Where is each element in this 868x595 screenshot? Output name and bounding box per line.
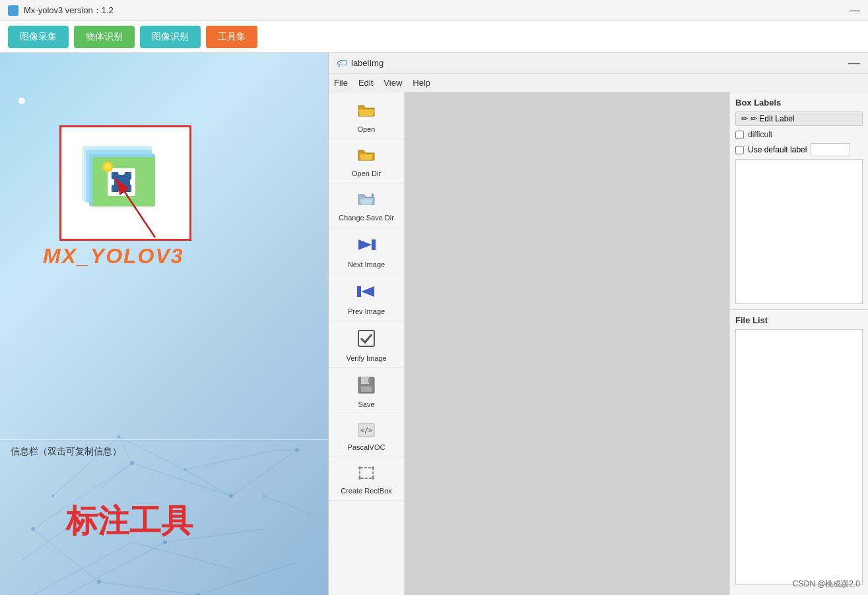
box-labels-title: Box Labels xyxy=(735,98,863,108)
prev-image-icon xyxy=(356,282,377,305)
nav-btn-image-capture[interactable]: 图像采集 xyxy=(8,26,69,48)
svg-point-57 xyxy=(372,466,374,469)
tool-change-save-dir[interactable]: Change Save Dir xyxy=(329,186,404,228)
tool-open-dir-label: Open Dir xyxy=(352,170,381,177)
nav-btn-image-recognize[interactable]: 图像识别 xyxy=(140,26,201,48)
tool-next-image-label: Next Image xyxy=(348,261,385,268)
tool-pascalvoc[interactable]: </> PascalVOC xyxy=(329,417,404,457)
annotation-tool-label: 标注工具 xyxy=(66,500,193,542)
svg-rect-47 xyxy=(357,286,361,297)
tool-verify-image[interactable]: Verify Image xyxy=(329,324,404,368)
nav-btn-object-detect[interactable]: 物体识别 xyxy=(74,26,135,48)
labelimg-close-button[interactable]: — xyxy=(848,56,860,70)
canvas-area[interactable] xyxy=(405,92,729,595)
svg-rect-51 xyxy=(361,387,372,392)
main-content: MX_YOLOV3 信息栏（双击可复制信息） 标注工具 🏷 labelImg —… xyxy=(0,53,868,595)
edit-label-button[interactable]: ✏ ✏ Edit Label xyxy=(735,111,863,126)
tool-save-label: Save xyxy=(358,400,374,408)
decorative-dot xyxy=(18,98,25,104)
right-panel: Box Labels ✏ ✏ Edit Label difficult Use … xyxy=(729,92,868,595)
menu-file[interactable]: File xyxy=(334,78,348,88)
svg-rect-48 xyxy=(358,330,374,346)
tool-create-rectbox-label: Create RectBox xyxy=(341,487,392,495)
tool-prev-image-label: Prev Image xyxy=(348,307,385,315)
labels-list xyxy=(735,159,863,304)
tool-prev-image[interactable]: Prev Image xyxy=(329,277,404,321)
left-panel: MX_YOLOV3 信息栏（双击可复制信息） 标注工具 xyxy=(0,53,328,595)
file-list-section: File List xyxy=(730,310,868,595)
title-bar-controls: — xyxy=(850,5,860,16)
svg-line-14 xyxy=(264,496,317,516)
title-bar: Mx-yolov3 version：1.2 — xyxy=(0,0,868,21)
menu-view[interactable]: View xyxy=(384,78,402,88)
svg-line-6 xyxy=(66,542,165,595)
svg-line-15 xyxy=(99,463,132,489)
svg-point-27 xyxy=(184,468,186,471)
svg-marker-46 xyxy=(361,286,374,297)
nav-btn-tools[interactable]: 工具集 xyxy=(206,26,257,48)
labelimg-titlebar: 🏷 labelImg — xyxy=(329,53,868,74)
create-rectbox-icon xyxy=(357,465,376,484)
edit-icon: ✏ xyxy=(741,114,748,123)
difficult-row: difficult xyxy=(735,130,863,139)
labelimg-icon: 🏷 xyxy=(337,57,347,69)
tool-open[interactable]: Open xyxy=(329,98,404,139)
open-icon xyxy=(357,103,376,123)
default-label-checkbox[interactable] xyxy=(735,146,744,154)
verify-image-icon xyxy=(357,329,376,352)
difficult-label: difficult xyxy=(748,130,772,139)
svg-rect-52 xyxy=(368,379,370,383)
svg-point-21 xyxy=(229,494,233,498)
file-list-title: File List xyxy=(735,315,863,325)
svg-marker-44 xyxy=(358,239,372,250)
tool-next-image[interactable]: Next Image xyxy=(329,230,404,274)
svg-rect-55 xyxy=(360,468,373,478)
box-labels-section: Box Labels ✏ ✏ Edit Label difficult Use … xyxy=(730,92,868,310)
info-bar-title: 信息栏（双击可复制信息） xyxy=(11,446,121,456)
difficult-checkbox[interactable] xyxy=(735,131,744,139)
default-label-text: Use default label xyxy=(748,145,807,154)
next-image-icon xyxy=(356,235,377,258)
labelimg-main-area: Open Open Dir xyxy=(329,92,868,595)
app-icon xyxy=(8,5,18,16)
labelimg-title: labelImg xyxy=(351,58,384,68)
svg-point-26 xyxy=(117,435,120,438)
tool-open-dir[interactable]: Open Dir xyxy=(329,142,404,183)
svg-line-4 xyxy=(99,582,198,595)
svg-point-56 xyxy=(358,466,361,469)
title-bar-text: Mx-yolov3 version：1.2 xyxy=(24,5,114,16)
svg-text:</>: </> xyxy=(360,427,372,434)
labelimg-window: 🏷 labelImg — File Edit View Help xyxy=(328,53,868,595)
tool-verify-image-label: Verify Image xyxy=(346,354,386,362)
svg-rect-45 xyxy=(372,239,376,250)
svg-point-59 xyxy=(358,477,361,480)
svg-line-43 xyxy=(116,178,155,237)
tool-pascalvoc-label: PascalVOC xyxy=(348,443,385,451)
pascalvoc-icon: </> xyxy=(357,422,376,441)
svg-point-19 xyxy=(31,527,35,531)
default-label-input[interactable] xyxy=(811,143,850,156)
toolbar: Open Open Dir xyxy=(329,92,405,595)
minimize-button[interactable]: — xyxy=(850,5,860,16)
tool-open-label: Open xyxy=(358,125,376,133)
tool-create-rectbox[interactable]: Create RectBox xyxy=(329,460,404,501)
menu-edit[interactable]: Edit xyxy=(358,78,373,88)
labelimg-menubar: File Edit View Help xyxy=(329,74,868,92)
csdn-watermark: CSDN @桃成蹊2.0 xyxy=(793,579,860,590)
menu-help[interactable]: Help xyxy=(413,78,430,88)
svg-line-5 xyxy=(198,562,297,595)
mx-yolov3-brand: MX_YOLOV3 xyxy=(43,244,184,268)
info-bar: 信息栏（双击可复制信息） xyxy=(0,439,328,463)
edit-label-text: ✏ Edit Label xyxy=(751,114,795,123)
svg-point-58 xyxy=(372,477,374,480)
nav-bar: 图像采集 物体识别 图像识别 工具集 xyxy=(0,21,868,53)
svg-point-29 xyxy=(263,495,265,497)
svg-line-12 xyxy=(132,542,231,569)
tool-save[interactable]: Save xyxy=(329,371,404,414)
tool-change-save-dir-label: Change Save Dir xyxy=(339,214,394,222)
default-label-row: Use default label xyxy=(735,143,863,156)
change-save-dir-icon xyxy=(357,191,376,211)
svg-line-11 xyxy=(33,542,132,595)
svg-point-28 xyxy=(51,495,54,497)
file-list-area xyxy=(735,329,863,585)
